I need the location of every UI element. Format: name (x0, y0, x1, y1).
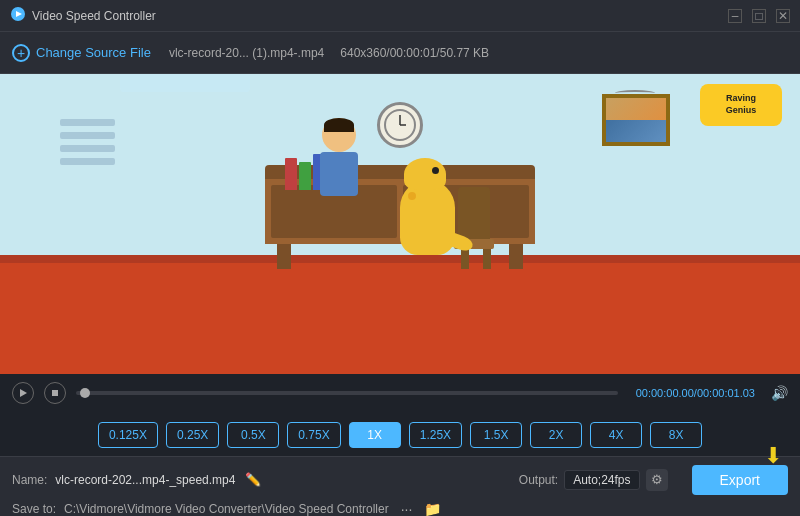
maximize-button[interactable]: □ (752, 9, 766, 23)
edit-name-icon[interactable]: ✏️ (245, 472, 261, 487)
shelf-decoration (60, 119, 115, 165)
desk-leg-left (277, 244, 291, 269)
save-to-label: Save to: (12, 502, 56, 516)
file-name-value: vlc-record-202...mp4-_speed.mp4 (55, 473, 235, 487)
boy-hair (324, 118, 354, 132)
picture-frame (602, 94, 670, 146)
bottom-row-save: Save to: C:\Vidmore\Vidmore Video Conver… (12, 501, 788, 517)
chair-legs-row (458, 249, 494, 269)
speed-btn-8x[interactable]: 8X (650, 422, 702, 448)
speed-btn-05[interactable]: 0.5X (227, 422, 279, 448)
output-settings-button[interactable]: ⚙ (646, 469, 668, 491)
chair (458, 187, 494, 269)
clock-decoration (377, 102, 423, 148)
speed-btn-075[interactable]: 0.75X (287, 422, 340, 448)
change-source-button[interactable]: + Change Source File (12, 44, 151, 62)
stop-icon (50, 388, 60, 398)
toolbar: + Change Source File vlc-record-20... (1… (0, 32, 800, 74)
bottom-bar: Name: vlc-record-202...mp4-_speed.mp4 ✏️… (0, 456, 800, 516)
raving-genius-logo: RavingGenius (700, 84, 782, 126)
dino-body (400, 180, 455, 255)
name-label: Name: (12, 473, 47, 487)
progress-bar[interactable] (76, 391, 618, 395)
dino-head (404, 158, 446, 190)
titlebar: Video Speed Controller – □ ✕ (0, 0, 800, 32)
export-button[interactable]: Export (692, 465, 788, 495)
save-path: C:\Vidmore\Vidmore Video Converter\Video… (64, 502, 389, 516)
change-source-label: Change Source File (36, 45, 151, 60)
time-total: 00:00:01.03 (697, 387, 755, 399)
output-value: Auto;24fps (564, 470, 639, 490)
dino-spot (408, 192, 416, 200)
progress-handle[interactable] (80, 388, 90, 398)
clock-face (382, 107, 418, 143)
speed-btn-2x[interactable]: 2X (530, 422, 582, 448)
speed-btn-025[interactable]: 0.25X (166, 422, 219, 448)
boy-head (322, 118, 356, 152)
boy-character (320, 118, 358, 196)
chair-back (458, 187, 490, 239)
boy-body (320, 152, 358, 196)
speed-btn-1x[interactable]: 1X (349, 422, 401, 448)
stop-button[interactable] (44, 382, 66, 404)
bottom-row-name: Name: vlc-record-202...mp4-_speed.mp4 ✏️… (12, 465, 788, 495)
raving-genius-text: RavingGenius (726, 93, 757, 116)
play-icon (18, 388, 28, 398)
file-name: vlc-record-20... (1).mp4-.mp4 (169, 46, 324, 60)
time-current: 00:00:00.00 (636, 387, 694, 399)
scene-floor (0, 260, 800, 374)
open-folder-button[interactable]: 📁 (424, 501, 441, 517)
chair-leg-left (461, 249, 469, 269)
frame-string (615, 90, 655, 96)
browse-dots-button[interactable]: ··· (397, 501, 417, 517)
speed-section: 0.125X 0.25X 0.5X 0.75X 1X 1.25X 1.5X 2X… (0, 412, 800, 456)
minimize-button[interactable]: – (728, 9, 742, 23)
window-title: Video Speed Controller (32, 9, 372, 23)
time-display: 00:00:00.00/00:00:01.03 (636, 387, 755, 399)
speed-btn-15[interactable]: 1.5X (470, 422, 522, 448)
output-section: Output: Auto;24fps ⚙ (519, 469, 668, 491)
file-meta: 640x360/00:00:01/50.77 KB (340, 46, 489, 60)
close-button[interactable]: ✕ (776, 9, 790, 23)
chair-leg-right (483, 249, 491, 269)
volume-button[interactable]: 🔊 (771, 385, 788, 401)
play-button[interactable] (12, 382, 34, 404)
video-preview: RavingGenius (0, 74, 800, 374)
ceiling-light (120, 74, 250, 92)
speed-btn-0125[interactable]: 0.125X (98, 422, 158, 448)
speed-btn-125[interactable]: 1.25X (409, 422, 462, 448)
plus-icon: + (12, 44, 30, 62)
app-icon (10, 6, 26, 26)
desk-leg-right (509, 244, 523, 269)
playback-bar: 00:00:00.00/00:00:01.03 🔊 (0, 374, 800, 412)
dino-eye (432, 167, 439, 174)
dino-character (400, 180, 455, 255)
output-label: Output: (519, 473, 558, 487)
cartoon-scene: RavingGenius (0, 74, 800, 374)
svg-marker-5 (20, 389, 27, 397)
speed-btn-4x[interactable]: 4X (590, 422, 642, 448)
svg-rect-6 (52, 390, 58, 396)
